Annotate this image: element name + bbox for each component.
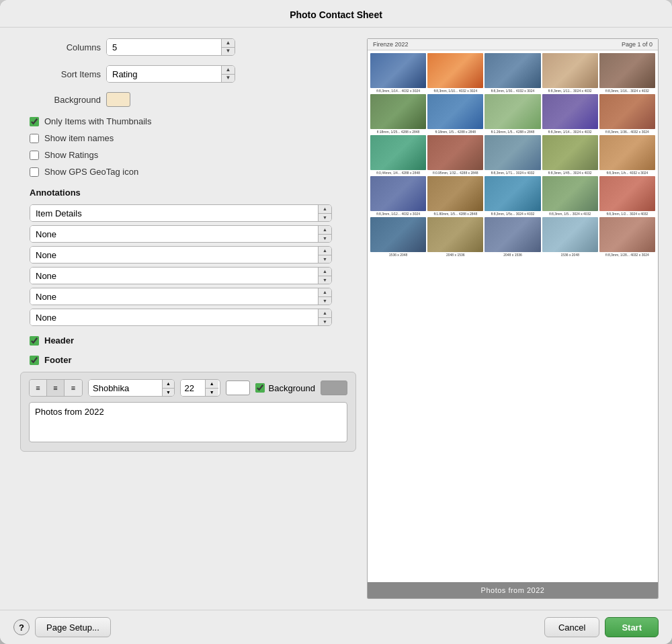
photo-cell: 2048 x 1536	[485, 217, 540, 257]
photo-thumb	[542, 176, 598, 211]
photo-cell: fl:8,3mm, 1/28... 4032 x 3024	[599, 217, 655, 257]
header-checkbox[interactable]	[30, 336, 39, 346]
only-thumbnails-label[interactable]: Only Items with Thumbnails	[44, 116, 151, 126]
background-color-swatch[interactable]	[106, 92, 130, 107]
annotation-dropdown-2[interactable]: None Item Details	[30, 247, 318, 263]
sheet-footer-bar: Photos from 2022	[368, 582, 658, 598]
only-thumbnails-checkbox[interactable]	[30, 117, 39, 126]
dialog-title: Photo Contact Sheet	[290, 9, 382, 20]
text-color-swatch[interactable]	[226, 380, 250, 395]
only-thumbnails-row: Only Items with Thumbnails	[13, 116, 356, 126]
sort-label: Sort Items	[13, 69, 101, 79]
annotation-down-0[interactable]: ▼	[319, 214, 331, 222]
content-area: Columns 5 ▲ ▼ Sort Items Rating ▲ ▼	[0, 28, 672, 610]
sort-down-button[interactable]: ▼	[222, 75, 235, 83]
font-size-input[interactable]: 22	[181, 380, 205, 396]
show-ratings-checkbox[interactable]	[30, 151, 39, 160]
photo-thumb	[370, 53, 426, 88]
footer-checkbox[interactable]	[30, 356, 39, 365]
annotation-up-3[interactable]: ▲	[319, 268, 331, 276]
annotation-select-4[interactable]: None Item Details ▲ ▼	[30, 288, 332, 305]
show-ratings-row: Show Ratings	[13, 150, 356, 160]
annotation-up-0[interactable]: ▲	[319, 205, 331, 214]
photo-cell: fl:1.80mm, 1/5... 4288 x 2848	[427, 176, 483, 216]
photo-row-5: 1536 x 2048 2048 x 1536 2048 x 1536 1536…	[370, 217, 655, 257]
annotation-down-2[interactable]: ▼	[319, 255, 331, 264]
annotation-dropdown-3[interactable]: None Item Details	[30, 268, 318, 284]
annotation-select-5[interactable]: None Item Details ▲ ▼	[30, 309, 332, 326]
cancel-button[interactable]: Cancel	[544, 617, 599, 637]
font-select[interactable]: Shobhika	[89, 380, 162, 396]
columns-down-button[interactable]: ▼	[222, 48, 235, 56]
footer-text-area[interactable]: Photos from 2022	[29, 402, 347, 442]
show-names-checkbox[interactable]	[30, 134, 39, 143]
annotation-down-3[interactable]: ▼	[319, 276, 331, 284]
sort-input-wrap: Rating ▲ ▼	[106, 65, 235, 83]
photo-thumb	[427, 94, 483, 129]
font-up-button[interactable]: ▲	[163, 380, 173, 389]
annotation-dropdown-5[interactable]: None Item Details	[30, 309, 318, 325]
footer-bg-row: Background	[255, 383, 315, 393]
annotation-down-4[interactable]: ▼	[319, 297, 331, 305]
photo-thumb	[542, 53, 598, 88]
bottom-right: Cancel Start	[544, 617, 659, 637]
show-names-label[interactable]: Show item names	[44, 133, 114, 143]
sort-input[interactable]: Rating	[107, 66, 221, 82]
footer-label[interactable]: Footer	[44, 355, 71, 365]
photo-thumb	[485, 94, 540, 129]
annotation-down-5[interactable]: ▼	[319, 318, 331, 326]
columns-stepper: ▲ ▼	[221, 39, 235, 55]
annotation-up-4[interactable]: ▲	[319, 288, 331, 297]
photo-cell: fl:8,3mm, 1/5c... 3024 x 4032	[485, 176, 540, 216]
header-label[interactable]: Header	[44, 335, 74, 346]
annotation-select-0[interactable]: Item Details None ▲ ▼	[30, 204, 332, 222]
font-size-down-button[interactable]: ▼	[206, 389, 218, 397]
show-gps-label[interactable]: Show GPS GeoTag icon	[44, 167, 138, 177]
align-center-button[interactable]: ≡	[47, 380, 65, 396]
page-setup-button[interactable]: Page Setup...	[35, 617, 111, 637]
columns-row: Columns 5 ▲ ▼	[13, 38, 356, 56]
start-button[interactable]: Start	[605, 617, 659, 637]
photo-cell: fl:8,3mm, 1/12... 4032 x 3024	[370, 176, 426, 216]
font-down-button[interactable]: ▼	[163, 389, 173, 397]
photo-thumb	[370, 176, 426, 211]
photo-cell: fl:8,3mm, 1/14... 3024 x 4032	[542, 94, 598, 134]
font-size-up-button[interactable]: ▲	[206, 380, 218, 389]
photo-thumb	[370, 217, 426, 252]
align-left-button[interactable]: ≡	[30, 380, 47, 396]
footer-bg-swatch[interactable]	[321, 380, 347, 395]
footer-section: Footer	[13, 355, 356, 365]
footer-bg-checkbox[interactable]	[255, 383, 265, 393]
photo-cell: fl:8,3mm, 1/h... 4032 x 3024	[599, 135, 655, 175]
background-row: Background	[13, 92, 356, 107]
footer-bg-label[interactable]: Background	[269, 383, 315, 393]
footer-row1: ≡ ≡ ≡ Shobhika ▲ ▼	[29, 379, 347, 397]
annotation-up-1[interactable]: ▲	[319, 226, 331, 235]
annotation-dropdown-1[interactable]: None Item Details	[30, 226, 318, 242]
show-gps-checkbox[interactable]	[30, 167, 39, 177]
columns-input-wrap: 5 ▲ ▼	[106, 38, 235, 56]
align-right-button[interactable]: ≡	[65, 380, 82, 396]
annotation-select-1[interactable]: None Item Details ▲ ▼	[30, 225, 332, 243]
photo-cell: fl:8,3mm, 1/71... 3024 x 4032	[485, 135, 540, 175]
photo-cell: fl:8,3mm, 1/16... 3024 x 4032	[599, 53, 655, 93]
annotation-up-2[interactable]: ▲	[319, 247, 331, 255]
annotation-arrows-3: ▲ ▼	[318, 268, 331, 284]
photo-cell: fl:18mm, 1/25... 4288 x 2848	[370, 94, 426, 134]
sort-up-button[interactable]: ▲	[222, 66, 235, 75]
annotation-arrows-4: ▲ ▼	[318, 288, 331, 305]
show-ratings-label[interactable]: Show Ratings	[44, 150, 98, 160]
annotation-dropdown-4[interactable]: None Item Details	[30, 288, 318, 305]
columns-input[interactable]: 5	[107, 39, 221, 55]
annotation-down-1[interactable]: ▼	[319, 235, 331, 243]
annotation-up-5[interactable]: ▲	[319, 309, 331, 318]
annotation-dropdown-0[interactable]: Item Details None	[30, 205, 318, 221]
columns-up-button[interactable]: ▲	[222, 39, 235, 48]
dialog: Photo Contact Sheet Columns 5 ▲ ▼ Sort I…	[0, 0, 672, 644]
photo-cell: fl:8,3mm, 1/11... 3024 x 4032	[542, 53, 598, 93]
help-button[interactable]: ?	[13, 619, 30, 635]
annotation-select-2[interactable]: None Item Details ▲ ▼	[30, 246, 332, 264]
photo-cell: fl:8,3mm, 1/5... 3024 x 4032	[542, 176, 598, 216]
annotations-title: Annotations	[13, 188, 356, 198]
annotation-select-3[interactable]: None Item Details ▲ ▼	[30, 267, 332, 284]
